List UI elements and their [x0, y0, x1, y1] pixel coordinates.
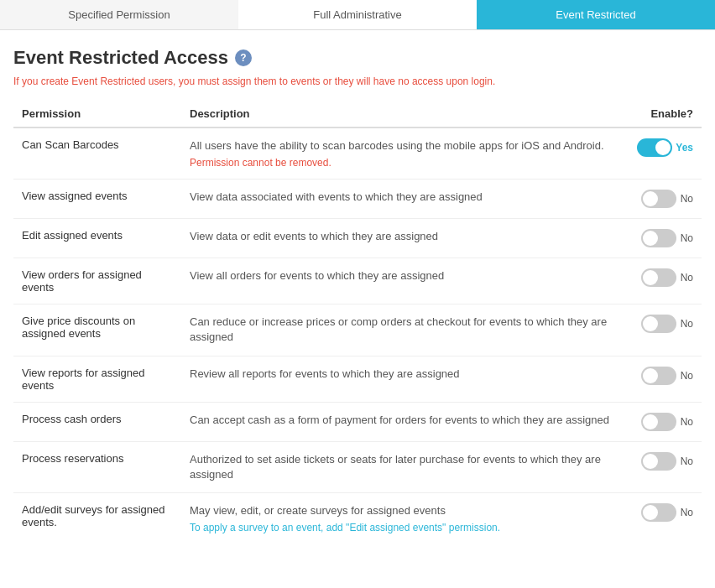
page-title-container: Event Restricted Access ?: [13, 47, 702, 69]
description-text: May view, edit, or create surveys for as…: [190, 504, 446, 517]
description-text: View all orders for events to which they…: [190, 269, 444, 282]
tab-full-administrative[interactable]: Full Administrative: [238, 0, 477, 29]
permission-toggle[interactable]: [641, 190, 676, 208]
table-header-row: Permission Description Enable?: [13, 101, 702, 127]
toggle-label: No: [680, 318, 693, 330]
permission-note: Permission cannot be removed.: [190, 157, 620, 169]
permission-note: To apply a survey to an event, add "Edit…: [190, 522, 620, 533]
table-row: Add/edit surveys for assigned events.May…: [13, 492, 702, 544]
table-row: Edit assigned eventsView data or edit ev…: [13, 219, 702, 258]
toggle-container: Yes: [637, 138, 693, 157]
description-text: Authorized to set aside tickets or seats…: [190, 453, 601, 481]
permission-name: View reports for assigned events: [22, 367, 144, 392]
tab-specified-permission[interactable]: Specified Permission: [0, 0, 238, 29]
permission-toggle[interactable]: [641, 452, 676, 471]
permission-name: View assigned events: [22, 190, 128, 202]
table-row: Process cash ordersCan accept cash as a …: [13, 402, 702, 441]
permission-name: Edit assigned events: [22, 229, 123, 242]
permission-toggle[interactable]: [641, 229, 676, 247]
permission-toggle[interactable]: [641, 503, 676, 522]
toggle-container: No: [637, 190, 693, 208]
permission-toggle[interactable]: [637, 138, 672, 157]
table-row: Can Scan BarcodesAll users have the abil…: [13, 127, 702, 180]
permission-name: Give price discounts on assigned events: [22, 315, 135, 340]
permission-name: Can Scan Barcodes: [22, 138, 119, 151]
warning-message: If you create Event Restricted users, yo…: [13, 75, 702, 87]
permissions-table: Permission Description Enable? Can Scan …: [13, 101, 702, 544]
description-text: Can accept cash as a form of payment for…: [190, 414, 609, 426]
permission-toggle[interactable]: [641, 268, 676, 287]
table-row: View orders for assigned eventsView all …: [13, 258, 702, 304]
toggle-container: No: [637, 315, 693, 333]
toggle-container: No: [637, 367, 693, 385]
permission-name: View orders for assigned events: [22, 268, 142, 294]
description-text: View data associated with events to whic…: [190, 190, 483, 203]
help-icon[interactable]: ?: [235, 49, 252, 66]
toggle-label: Yes: [676, 142, 693, 154]
toggle-container: No: [637, 413, 693, 431]
toggle-label: No: [680, 193, 693, 205]
col-header-description: Description: [181, 101, 629, 127]
main-content: Event Restricted Access ? If you create …: [0, 30, 715, 560]
description-text: Can reduce or increase prices or comp or…: [190, 315, 607, 343]
tab-bar: Specified Permission Full Administrative…: [0, 0, 715, 30]
toggle-container: No: [637, 229, 693, 247]
toggle-label: No: [680, 272, 693, 284]
table-row: View reports for assigned eventsReview a…: [13, 356, 702, 402]
table-row: Give price discounts on assigned eventsC…: [13, 304, 702, 356]
toggle-label: No: [680, 507, 693, 518]
col-header-permission: Permission: [13, 101, 181, 127]
permission-toggle[interactable]: [641, 315, 676, 333]
table-row: Process reservationsAuthorized to set as…: [13, 441, 702, 492]
table-row: View assigned eventsView data associated…: [13, 180, 702, 219]
toggle-label: No: [680, 370, 693, 382]
permission-toggle[interactable]: [641, 367, 676, 385]
toggle-label: No: [680, 455, 693, 467]
description-text: Review all reports for events to which t…: [190, 367, 460, 380]
tab-event-restricted[interactable]: Event Restricted: [477, 0, 715, 29]
permission-name: Process reservations: [22, 452, 123, 465]
col-header-enable: Enable?: [629, 101, 702, 127]
page-title: Event Restricted Access: [13, 47, 228, 69]
description-text: All users have the ability to scan barco…: [190, 139, 604, 152]
permission-name: Process cash orders: [22, 413, 122, 425]
toggle-container: No: [637, 268, 693, 287]
description-text: View data or edit events to which they a…: [190, 230, 438, 242]
toggle-container: No: [637, 452, 693, 471]
permission-toggle[interactable]: [641, 413, 676, 431]
toggle-label: No: [680, 416, 693, 428]
toggle-container: No: [637, 503, 693, 522]
toggle-label: No: [680, 232, 693, 244]
permission-name: Add/edit surveys for assigned events.: [22, 503, 165, 528]
